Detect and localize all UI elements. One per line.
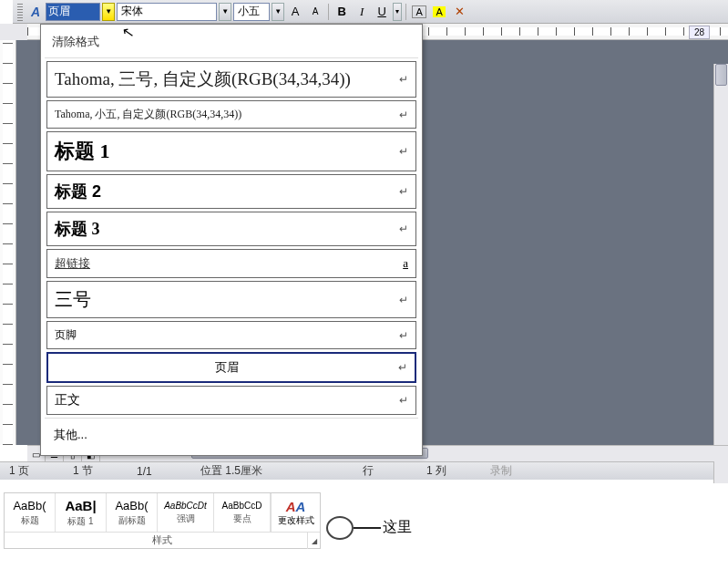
size-dropdown-button[interactable]: ▼ <box>272 3 284 21</box>
style-item-label: Tahoma, 三号, 自定义颜(RGB(34,34,34)) <box>55 67 351 91</box>
clear-format-button[interactable]: ✕ <box>450 3 468 21</box>
font-color-button[interactable]: A <box>410 3 428 21</box>
formatting-toolbar: A ▼ ↖ ▼ ▼ A A B I U ▾ A A ✕ <box>13 0 728 24</box>
style-item-3[interactable]: 标题 2 <box>46 174 416 209</box>
style-item-7[interactable]: 页脚 <box>46 321 416 349</box>
status-page: 1 页 <box>9 463 46 479</box>
gallery-preview: AaBb( <box>115 499 148 512</box>
style-item-label: 超链接 <box>55 255 90 272</box>
style-gallery: AaBb(标题AaB|标题 1AaBb(副标题AaBbCcDt强调AaBbCcD… <box>4 492 321 549</box>
underline-dropdown[interactable]: ▾ <box>393 3 402 21</box>
gallery-label: 强调 <box>177 512 195 525</box>
style-item-1[interactable]: Tahoma, 小五, 自定义颜(RGB(34,34,34)) <box>46 100 416 129</box>
change-style-button[interactable]: AA更改样式 <box>271 493 320 532</box>
annotation-label: 这里 <box>383 518 412 537</box>
status-bar: 1 页 1 节 1/1 位置 1.5厘米 行 1 列 录制 <box>0 461 728 480</box>
decrease-size-button[interactable]: A <box>306 3 324 21</box>
vertical-scrollbar[interactable] <box>713 64 728 483</box>
highlight-button[interactable]: A <box>430 3 448 21</box>
increase-size-button[interactable]: A <box>286 3 304 21</box>
style-item-4[interactable]: 标题 3 <box>46 212 416 246</box>
gallery-label: 标题 <box>21 514 39 527</box>
trail-glyph: a <box>403 256 408 271</box>
gallery-cell-0[interactable]: AaBb(标题 <box>5 493 56 532</box>
return-mark-icon <box>399 329 408 342</box>
italic-button[interactable]: I <box>353 3 371 21</box>
gallery-footer: 样式 ◢ <box>5 532 320 548</box>
return-mark-icon <box>398 361 407 374</box>
status-section: 1 节 <box>73 463 109 479</box>
a-highlight-icon: A <box>433 6 445 17</box>
bold-button[interactable]: B <box>333 3 351 21</box>
style-dropdown-button[interactable]: ▼ <box>102 3 115 21</box>
style-gallery-panel: AaBb(标题AaB|标题 1AaBb(副标题AaBbCcDt强调AaBbCcD… <box>4 492 321 549</box>
change-style-label: 更改样式 <box>278 514 314 527</box>
return-mark-icon <box>399 222 408 235</box>
status-line: 行 <box>363 463 399 479</box>
return-mark-icon <box>399 73 408 86</box>
style-item-label: 标题 1 <box>55 138 110 165</box>
more-label: 其他... <box>54 427 87 443</box>
a-box-icon: A <box>412 5 426 18</box>
underline-button[interactable]: U <box>373 3 391 21</box>
separator <box>405 4 406 20</box>
return-mark-icon <box>399 109 408 121</box>
style-item-label: 页眉 <box>56 359 398 376</box>
style-item-label: 标题 2 <box>55 181 101 202</box>
style-item-label: Tahoma, 小五, 自定义颜(RGB(34,34,34)) <box>55 107 241 122</box>
return-mark-icon <box>399 145 408 158</box>
status-position: 位置 1.5厘米 <box>200 463 262 479</box>
return-mark-icon <box>399 394 408 407</box>
scrollbar-thumb[interactable] <box>715 64 727 86</box>
style-item-0[interactable]: Tahoma, 三号, 自定义颜(RGB(34,34,34)) <box>46 61 416 98</box>
status-record: 录制 <box>490 463 527 479</box>
change-style-icon: AA <box>286 499 306 514</box>
style-name-input[interactable] <box>46 3 100 21</box>
status-column: 1 列 <box>426 463 463 479</box>
gallery-cell-3[interactable]: AaBbCcDt强调 <box>158 493 214 532</box>
gallery-preview: AaBb( <box>13 499 46 512</box>
style-item-5[interactable]: 超链接a <box>46 249 416 278</box>
style-item-label: 页脚 <box>55 327 77 343</box>
status-page-count: 1/1 <box>137 465 173 478</box>
gallery-expand-button[interactable]: ◢ <box>307 533 320 549</box>
gallery-preview: AaBbCcDt <box>164 501 207 511</box>
gallery-footer-label: 样式 <box>152 533 172 547</box>
gallery-label: 要点 <box>233 512 251 525</box>
gallery-preview: AaBbCcD <box>222 501 262 511</box>
gallery-cell-1[interactable]: AaB|标题 1 <box>56 493 107 532</box>
style-item-8[interactable]: 页眉 <box>46 352 416 383</box>
style-item-9[interactable]: 正文 <box>46 386 416 415</box>
annotation-circle <box>326 516 354 540</box>
style-item-6[interactable]: 三号 <box>46 281 416 318</box>
gallery-cell-4[interactable]: AaBbCcD要点 <box>214 493 271 532</box>
page-indicator: 28 <box>689 26 710 39</box>
more-styles-item[interactable]: 其他... <box>46 421 416 449</box>
vertical-ruler[interactable] <box>0 40 16 445</box>
style-item-label: 正文 <box>55 392 80 409</box>
gallery-label: 标题 1 <box>67 515 93 528</box>
return-mark-icon <box>399 294 408 306</box>
font-dropdown-button[interactable]: ▼ <box>219 3 231 21</box>
toolbar-grip[interactable] <box>17 3 23 21</box>
font-family-input[interactable] <box>117 3 217 21</box>
gallery-preview: AaB| <box>65 498 96 513</box>
styles-icon: A <box>27 5 44 19</box>
style-item-label: 三号 <box>55 287 91 312</box>
gallery-cell-2[interactable]: AaBb(副标题 <box>107 493 158 532</box>
clear-format-item[interactable]: 清除格式 <box>45 28 418 56</box>
separator <box>45 57 418 58</box>
style-item-label: 标题 3 <box>55 218 100 240</box>
annotation-arrow <box>354 527 381 529</box>
style-item-2[interactable]: 标题 1 <box>46 131 416 171</box>
font-size-input[interactable] <box>233 3 270 21</box>
separator <box>328 4 329 20</box>
gallery-label: 副标题 <box>118 514 146 527</box>
return-mark-icon <box>399 185 408 198</box>
separator <box>45 418 418 419</box>
style-dropdown-panel: 清除格式 Tahoma, 三号, 自定义颜(RGB(34,34,34))Taho… <box>40 24 423 456</box>
